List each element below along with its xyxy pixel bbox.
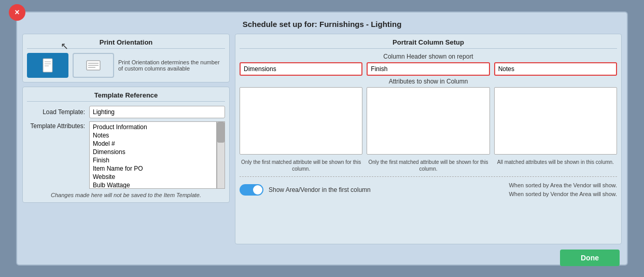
col2-area[interactable] (367, 87, 489, 155)
orientation-options: Print Orientation determines the number … (27, 53, 225, 78)
landscape-icon (86, 60, 101, 71)
show-area-label: Show Area/Vendor in the first column (269, 186, 371, 193)
col1-area[interactable] (240, 87, 362, 155)
divider (240, 176, 617, 177)
sort-note: When sorted by Area the Vendor will show… (509, 181, 617, 198)
col3-area[interactable] (494, 87, 617, 155)
col2-note: Only the first matched attribute will be… (367, 159, 489, 172)
list-item[interactable]: Item Name for PO (92, 164, 214, 173)
changes-note: Changes made here will not be saved to t… (27, 192, 225, 198)
load-template-label: Load Template: (27, 108, 89, 116)
toggle-track (240, 184, 263, 196)
landscape-button[interactable] (73, 53, 114, 78)
svg-rect-0 (43, 59, 52, 72)
close-button[interactable]: × (9, 4, 25, 21)
load-template-row: Load Template: (27, 106, 225, 118)
list-item[interactable]: Notes (92, 131, 214, 140)
portrait-button[interactable] (27, 53, 68, 78)
print-orientation-panel: Print Orientation (22, 34, 230, 82)
scrollbar[interactable] (217, 121, 225, 189)
list-item[interactable]: Finish (92, 156, 214, 164)
col3-header-input[interactable] (494, 62, 617, 76)
portrait-title: Portrait Column Setup (240, 38, 617, 49)
column-areas-row (240, 87, 617, 155)
load-template-input[interactable] (89, 106, 225, 118)
scroll-thumb (217, 122, 225, 143)
col1-note: Only the first matched attribute will be… (240, 159, 362, 172)
attributes-col-label: Attributes to show in Column (240, 78, 617, 85)
list-item[interactable]: Dimensions (92, 148, 214, 156)
attributes-list-container: Product Information Notes Model # Dimens… (89, 121, 225, 189)
attributes-list[interactable]: Product Information Notes Model # Dimens… (89, 121, 217, 189)
left-panel: Print Orientation (22, 34, 230, 244)
column-notes-row: Only the first matched attribute will be… (240, 159, 617, 172)
list-item[interactable]: Website (92, 173, 214, 181)
show-area-row: Show Area/Vendor in the first column Whe… (240, 181, 617, 198)
dialog-title: Schedule set up for: Furnishings - Light… (22, 20, 622, 29)
col3-note: All matched attributes will be shown in … (494, 159, 617, 172)
dialog-body: Print Orientation (22, 34, 622, 244)
attributes-label: Template Attributes: (27, 122, 89, 130)
toggle-thumb (253, 185, 262, 195)
done-button[interactable]: Done (560, 250, 620, 266)
column-inputs-row (240, 62, 617, 76)
print-orientation-title: Print Orientation (27, 38, 225, 49)
portrait-icon (42, 58, 53, 73)
template-reference-panel: Template Reference Load Template: Templa… (22, 87, 230, 203)
orientation-description: Print Orientation determines the number … (118, 59, 225, 72)
list-item[interactable]: Product Information (92, 123, 214, 131)
template-reference-title: Template Reference (27, 91, 225, 102)
col2-header-input[interactable] (367, 62, 489, 76)
show-area-toggle[interactable] (240, 184, 263, 196)
column-header-label: Column Header shown on report (240, 53, 617, 60)
list-item[interactable]: Model # (92, 140, 214, 148)
list-item[interactable]: Bulb Wattage (92, 181, 214, 189)
dialog-footer: Done (22, 250, 622, 266)
dialog: × ↖ Schedule set up for: Furnishings - L… (16, 11, 628, 266)
right-panel: Portrait Column Setup Column Header show… (235, 34, 622, 244)
attributes-row: Template Attributes: Product Information… (27, 121, 225, 189)
portrait-column-setup-panel: Portrait Column Setup Column Header show… (235, 34, 622, 244)
col1-header-input[interactable] (240, 62, 362, 76)
